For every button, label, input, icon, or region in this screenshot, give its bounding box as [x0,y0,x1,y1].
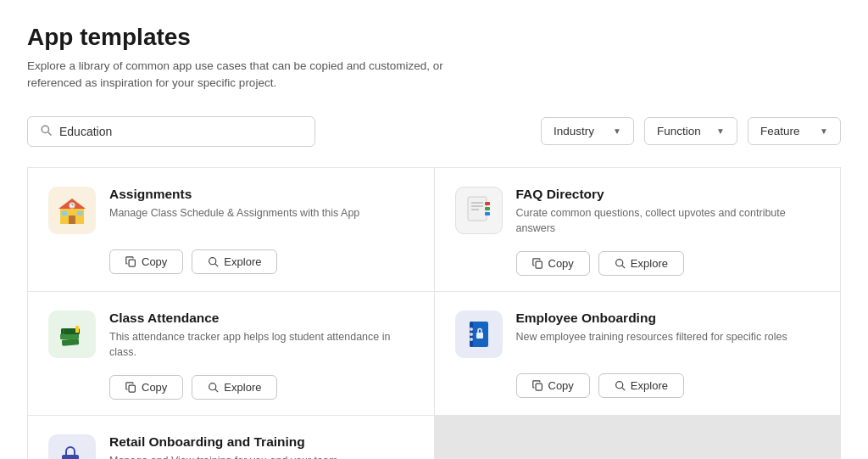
class-attendance-icon [48,311,96,358]
explore-icon [615,380,626,391]
assignments-icon [48,187,96,234]
svg-line-1 [48,132,52,135]
card-faq-directory: FAQ Directory Curate common questions, c… [435,168,841,291]
copy-icon [125,382,136,393]
svg-rect-39 [536,383,542,390]
svg-rect-24 [62,339,80,346]
class-attendance-copy-button[interactable]: Copy [109,375,183,400]
function-label: Function [657,125,701,137]
employee-onboarding-title: Employee Onboarding [516,311,821,326]
card-class-attendance: Class Attendance This attendance tracker… [28,292,434,415]
faq-title: FAQ Directory [516,187,821,202]
card-assignments: Assignments Manage Class Schedule & Assi… [28,168,434,291]
card-top: Employee Onboarding New employee trainin… [455,311,821,358]
faq-copy-button[interactable]: Copy [516,251,590,276]
svg-point-0 [42,126,48,132]
svg-point-35 [470,327,473,331]
svg-rect-38 [476,333,483,339]
faq-copy-label: Copy [548,257,574,270]
svg-point-36 [470,333,473,336]
svg-rect-20 [485,212,490,216]
retail-onboarding-info: Retail Onboarding and Training Manage an… [109,434,414,459]
svg-point-40 [615,381,622,388]
employee-onboarding-icon [455,311,503,358]
faq-icon [455,187,503,234]
class-attendance-copy-label: Copy [142,381,167,394]
svg-line-41 [622,388,625,390]
employee-onboarding-info: Employee Onboarding New employee trainin… [516,311,821,344]
card-top: FAQ Directory Curate common questions, c… [455,187,821,236]
svg-rect-5 [62,211,67,216]
card-top: Retail Onboarding and Training Manage an… [48,434,414,459]
svg-line-23 [622,266,625,268]
feature-dropdown[interactable]: Feature ▼ [748,117,841,145]
svg-point-31 [209,383,216,390]
employee-onboarding-copy-label: Copy [548,379,574,392]
svg-rect-42 [62,455,79,459]
assignments-copy-button[interactable]: Copy [109,249,183,274]
assignments-actions: Copy Explore [109,249,414,274]
copy-icon [532,380,543,391]
card-top: Assignments Manage Class Schedule & Assi… [48,187,414,234]
svg-rect-14 [468,197,487,221]
svg-rect-11 [129,260,135,266]
search-box[interactable] [27,116,315,147]
employee-onboarding-explore-button[interactable]: Explore [598,373,684,398]
page-title: App templates [27,24,841,51]
employee-onboarding-actions: Copy Explore [516,373,821,398]
employee-onboarding-copy-button[interactable]: Copy [516,373,590,398]
employee-onboarding-explore-label: Explore [631,379,668,392]
retail-onboarding-icon [48,434,96,459]
function-chevron-icon: ▼ [716,126,725,136]
class-attendance-actions: Copy Explore [109,375,414,400]
svg-rect-21 [536,261,542,268]
page-subtitle: Explore a library of common app use case… [27,58,468,92]
explore-icon [615,258,626,269]
svg-point-22 [615,259,622,266]
faq-actions: Copy Explore [516,251,821,276]
copy-icon [125,256,136,267]
assignments-desc: Manage Class Schedule & Assignments with… [109,205,414,221]
search-input[interactable] [59,125,303,138]
filter-row: Industry ▼ Function ▼ Feature ▼ [27,116,841,147]
faq-explore-button[interactable]: Explore [598,251,684,276]
assignments-explore-button[interactable]: Explore [192,249,277,274]
industry-dropdown[interactable]: Industry ▼ [541,117,634,145]
feature-label: Feature [760,125,800,137]
card-employee-onboarding: Employee Onboarding New employee trainin… [435,292,841,415]
svg-rect-4 [69,216,75,224]
svg-rect-19 [485,207,490,210]
svg-line-13 [215,263,218,266]
svg-line-32 [215,389,218,392]
assignments-title: Assignments [109,187,414,202]
svg-rect-30 [129,385,135,392]
assignments-copy-label: Copy [142,255,167,268]
class-attendance-title: Class Attendance [109,311,414,326]
svg-rect-29 [75,326,79,333]
svg-point-12 [209,257,216,264]
class-attendance-desc: This attendance tracker app helps log st… [109,329,414,360]
template-grid: Assignments Manage Class Schedule & Assi… [27,167,841,460]
search-icon [40,124,53,139]
feature-chevron-icon: ▼ [820,126,828,136]
assignments-explore-label: Explore [224,255,261,268]
retail-onboarding-title: Retail Onboarding and Training [109,434,414,450]
faq-info: FAQ Directory Curate common questions, c… [516,187,821,236]
svg-point-37 [470,338,473,341]
retail-onboarding-desc: Manage and View training for you and you… [109,453,414,459]
class-attendance-explore-button[interactable]: Explore [192,375,277,400]
explore-icon [208,256,219,267]
svg-rect-18 [485,202,490,205]
industry-chevron-icon: ▼ [613,126,621,136]
card-retail-onboarding: Retail Onboarding and Training Manage an… [28,416,434,459]
assignments-info: Assignments Manage Class Schedule & Assi… [109,187,414,221]
function-dropdown[interactable]: Function ▼ [644,117,737,145]
industry-label: Industry [554,125,594,137]
card-top: Class Attendance This attendance tracker… [48,311,414,360]
copy-icon [532,258,543,269]
class-attendance-explore-label: Explore [224,381,261,394]
employee-onboarding-desc: New employee training resources filtered… [516,329,821,344]
svg-rect-6 [77,211,82,216]
class-attendance-info: Class Attendance This attendance tracker… [109,311,414,360]
faq-desc: Curate common questions, collect upvotes… [516,205,821,236]
